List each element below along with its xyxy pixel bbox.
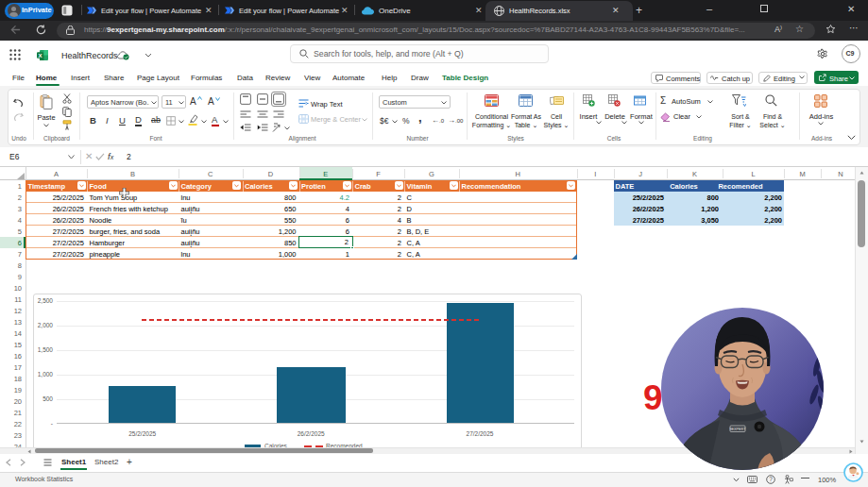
svg-text:9EXPERT: 9EXPERT	[729, 428, 746, 431]
svg-text:?: ?	[769, 476, 773, 482]
svg-text:X: X	[38, 53, 42, 59]
